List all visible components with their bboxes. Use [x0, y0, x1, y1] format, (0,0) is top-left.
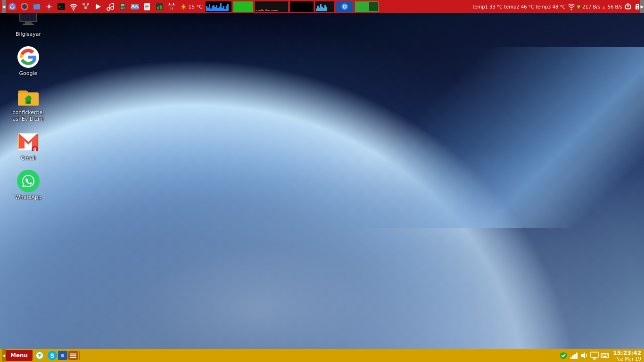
- svg-point-23: [73, 9, 74, 11]
- separator-2: [79, 351, 80, 360]
- taskbar-network-icon[interactable]: [80, 1, 91, 12]
- svg-rect-78: [576, 353, 578, 359]
- taskbar-wifi-icon[interactable]: [68, 1, 79, 12]
- svg-point-18: [22, 4, 27, 9]
- desktop-icon-whatsapp[interactable]: WhatsApp: [9, 168, 47, 202]
- taskbar-app3-icon[interactable]: [68, 350, 78, 361]
- svg-point-16: [11, 5, 14, 8]
- volume-graph: [315, 1, 334, 12]
- monitor-icon: [590, 351, 599, 360]
- taskbar-graph-icon[interactable]: [154, 1, 165, 12]
- google-label: Google: [19, 70, 38, 76]
- volume-icon[interactable]: [580, 351, 588, 360]
- svg-rect-25: [87, 3, 89, 5]
- memory-bar: [233, 1, 253, 12]
- svg-line-28: [86, 5, 88, 7]
- taskbar-app2-icon[interactable]: ⚙: [58, 350, 68, 361]
- svg-rect-24: [83, 3, 85, 5]
- google-icon: [17, 46, 40, 68]
- gmail-label: Gmail: [21, 155, 36, 161]
- svg-line-27: [84, 5, 86, 7]
- svg-rect-72: [70, 354, 76, 354]
- taskbar-terminal-icon[interactable]: >_: [56, 1, 67, 12]
- svg-text:>_: >_: [58, 5, 63, 9]
- svg-rect-8: [27, 101, 30, 104]
- svg-rect-26: [84, 7, 87, 9]
- desktop: Bilgisayar Google: [0, 0, 644, 362]
- svg-rect-50: [157, 7, 158, 9]
- bilgisayar-label: Bilgisayar: [16, 31, 41, 37]
- clock-date: Paz Mar 19: [615, 356, 641, 362]
- taskbar-chromium-button[interactable]: [336, 1, 353, 12]
- svg-rect-46: [145, 5, 149, 6]
- whatsapp-icon: [17, 170, 40, 192]
- temp-sensors: temp1 33 °C temp2 46 °C temp3 48 °C: [472, 4, 565, 9]
- taskbar-image-icon[interactable]: [129, 1, 140, 12]
- svg-rect-48: [145, 8, 148, 8]
- menu-label: Menu: [10, 352, 28, 359]
- system-tray-bottom: 15:23:42 Paz Mar 19: [556, 349, 644, 362]
- taskbar-firefox-icon[interactable]: [19, 1, 30, 12]
- taskbar-scroll-left[interactable]: ◀: [2, 0, 6, 13]
- svg-point-61: [344, 6, 346, 8]
- power-tray-icon[interactable]: [624, 3, 632, 10]
- menu-button[interactable]: Menu: [6, 350, 33, 361]
- taskbar-clipboard-icon[interactable]: [141, 1, 153, 12]
- svg-point-62: [570, 9, 572, 10]
- svg-rect-75: [570, 357, 572, 359]
- svg-point-41: [122, 8, 123, 9]
- upload-speed: 56 B/s: [608, 4, 622, 9]
- taskbar-skype-icon[interactable]: S: [47, 350, 58, 361]
- earth-surface: [0, 90, 644, 362]
- taskbar-settings-icon[interactable]: [43, 1, 55, 12]
- taskbar-mint-icon[interactable]: [34, 350, 45, 361]
- antivirus-icon: [559, 351, 568, 360]
- desktop-icon-home[interactable]: confickerbelasi Ev Dizini: [9, 83, 47, 123]
- whatsapp-label: WhatsApp: [15, 194, 41, 200]
- svg-rect-3: [23, 24, 34, 25]
- svg-point-44: [132, 5, 134, 7]
- taskbar-calendar-icon[interactable]: 19: [166, 1, 177, 12]
- taskbar-chromium-icon[interactable]: [7, 1, 18, 12]
- home-folder-label: confickerbelasi Ev Dizini: [11, 109, 45, 122]
- taskbar-top-row: ◀: [0, 0, 644, 13]
- taskbar-media-icon[interactable]: [92, 1, 104, 12]
- desktop-icon-google[interactable]: Google: [9, 44, 47, 78]
- svg-point-42: [124, 8, 124, 9]
- taskbar-calculator-icon[interactable]: [117, 1, 128, 12]
- weather-temp: 15 °C: [188, 4, 203, 10]
- taskbar-scroll-right[interactable]: ▶: [640, 0, 644, 13]
- svg-text:⚙: ⚙: [61, 353, 65, 358]
- svg-rect-87: [607, 354, 608, 355]
- svg-rect-83: [601, 354, 609, 358]
- wifi-tray-icon: [568, 3, 575, 10]
- svg-rect-80: [591, 352, 598, 357]
- desktop-icon-gmail[interactable]: 0 Gmail: [9, 129, 47, 163]
- svg-rect-51: [158, 6, 159, 9]
- taskbar-bottom-row: ◀ Menu S ⚙: [0, 349, 644, 362]
- svg-rect-88: [603, 356, 607, 357]
- disk-graph: [290, 1, 314, 12]
- bottom-scroll-left[interactable]: ◀: [2, 349, 6, 362]
- svg-rect-9: [29, 96, 31, 99]
- svg-point-40: [121, 8, 122, 9]
- svg-point-38: [122, 7, 123, 8]
- system-tray: temp1 33 °C temp2 46 °C temp3 48 °C ▼ 21…: [470, 0, 644, 13]
- svg-rect-85: [604, 354, 605, 355]
- svg-rect-76: [572, 355, 574, 359]
- weather-widget: ☀ 15 °C: [180, 2, 203, 11]
- svg-text:19: 19: [170, 7, 173, 10]
- taskbar-files-icon[interactable]: [31, 1, 42, 12]
- net-graph1: [255, 1, 288, 12]
- gmail-icon: 0: [17, 131, 40, 153]
- svg-marker-79: [581, 352, 585, 359]
- svg-point-39: [124, 7, 124, 8]
- svg-text:0: 0: [33, 147, 37, 151]
- taskbar-music-icon[interactable]: [105, 1, 116, 12]
- svg-point-64: [637, 8, 638, 9]
- svg-rect-74: [70, 357, 76, 358]
- svg-rect-55: [168, 4, 175, 6]
- svg-text:S: S: [50, 352, 54, 359]
- svg-rect-36: [121, 4, 124, 6]
- svg-rect-77: [574, 354, 576, 359]
